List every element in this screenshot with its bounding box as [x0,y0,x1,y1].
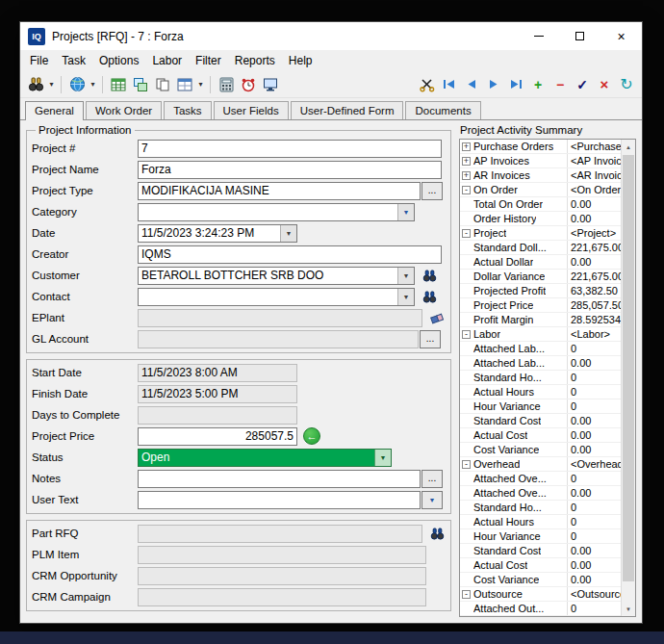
activity-row[interactable]: -Project<Project> [460,226,621,241]
tab-user-fields[interactable]: User Fields [214,101,289,119]
tab-user-defined-form[interactable]: User-Defined Form [291,101,404,119]
alarm-clock-button[interactable] [238,74,259,95]
project-type-lookup-button[interactable]: ... [421,182,443,200]
system-globe-button[interactable] [66,74,88,95]
activity-row[interactable]: Actual Cost0.00 [460,558,621,573]
prior-record-button[interactable] [461,74,482,95]
calculator-button[interactable] [216,74,237,95]
notes-input[interactable] [138,470,421,488]
activity-row[interactable]: Project Price285,057.50 [460,298,621,313]
activity-row[interactable]: -Overhead<Overhead> [460,457,621,472]
collapse-icon[interactable]: - [462,186,471,194]
creator-input[interactable] [138,245,442,264]
project-price-input[interactable] [138,427,297,446]
activity-row[interactable]: -Outsource<Outsource> [460,587,621,602]
activity-row[interactable]: +Purchase Orders<Purchase Ord [460,140,621,154]
activity-row[interactable]: Attached Lab...0.00 [460,356,621,371]
collapse-icon[interactable]: - [462,229,471,238]
activity-row[interactable]: Projected Profit63,382.50 [460,284,621,298]
menu-item-file[interactable]: File [23,51,55,70]
activity-row[interactable]: Actual Hours0 [460,515,621,529]
grid-dropdown-icon[interactable]: ▾ [196,80,205,89]
date-dropdown-button[interactable]: ▼ [280,225,296,242]
minimize-button[interactable] [518,22,559,50]
category-input[interactable] [138,203,415,221]
activity-row[interactable]: Actual Cost0.00 [460,428,621,443]
eplant-clear-button[interactable] [427,309,447,327]
activity-row[interactable]: -Labor<Labor> [460,327,621,342]
activity-row[interactable]: Cost Variance0.00 [460,573,621,587]
last-record-button[interactable] [505,74,526,95]
wizard-button[interactable] [417,74,438,95]
status-dropdown-button[interactable]: ▼ [374,450,391,466]
menu-item-labor[interactable]: Labor [145,51,189,70]
activity-row[interactable]: -On Order<On Order> [460,183,621,197]
monitor-button[interactable] [260,74,281,95]
tab-tasks[interactable]: Tasks [164,101,211,119]
collapse-icon[interactable]: - [462,460,471,469]
activity-row[interactable]: Cost Variance0.00 [460,443,621,457]
insert-record-button[interactable]: + [527,74,549,95]
activity-row[interactable]: Attached Ove...0 [460,472,621,486]
vertical-scrollbar[interactable]: ▲ ▼ [621,140,635,616]
maximize-button[interactable] [559,22,600,50]
expand-icon[interactable]: + [462,142,471,151]
user-text-input[interactable] [138,491,421,509]
user-text-dropdown-button[interactable]: ▼ [421,491,443,509]
refresh-button[interactable]: ↻ [616,74,637,95]
system-dropdown-icon[interactable]: ▾ [89,80,97,89]
scrollbar-thumb[interactable] [623,155,634,581]
category-dropdown-button[interactable]: ▼ [397,204,414,220]
collapse-icon[interactable]: - [462,590,471,599]
part-rfq-search-button[interactable] [427,525,447,543]
customer-dropdown-button[interactable]: ▼ [397,268,414,284]
tab-work-order[interactable]: Work Order [86,101,162,119]
tile-windows-button[interactable] [130,74,151,95]
post-edit-button[interactable]: ✓ [572,74,593,95]
menu-item-reports[interactable]: Reports [228,51,282,70]
scroll-up-icon[interactable]: ▲ [622,140,635,154]
date-input[interactable] [138,224,297,243]
tab-general[interactable]: General [25,101,84,120]
project-number-input[interactable] [138,140,442,158]
menu-item-task[interactable]: Task [55,51,92,70]
activity-row[interactable]: Actual Hours0 [460,385,621,399]
activity-row[interactable]: Attached Ove...0.00 [460,486,621,501]
copy-button[interactable] [152,74,173,95]
contact-dropdown-button[interactable]: ▼ [397,289,414,305]
customer-search-button[interactable] [420,267,439,285]
gl-account-lookup-button[interactable]: ... [420,330,441,348]
collapse-icon[interactable]: - [462,330,471,339]
price-recalc-button[interactable]: ← [303,427,320,445]
activity-row[interactable]: Hour Variance0 [460,399,621,414]
tab-documents[interactable]: Documents [405,101,480,119]
menu-item-filter[interactable]: Filter [189,51,228,70]
menu-item-help[interactable]: Help [282,51,319,70]
activity-row[interactable]: Standard Ho...0 [460,371,621,385]
menu-item-options[interactable]: Options [92,51,145,70]
activity-row[interactable]: Standard Cost0.00 [460,414,621,428]
activity-row[interactable]: Attached Lab...0 [460,342,621,356]
activity-row[interactable]: Hour Variance0 [460,529,621,544]
activity-row[interactable]: Actual Dollar0.00 [460,255,621,270]
activity-row[interactable]: Attached Out...0 [460,602,621,616]
contact-input[interactable] [138,288,415,306]
customer-input[interactable] [138,267,415,285]
delete-record-button[interactable]: − [549,74,571,95]
activity-row[interactable]: +AP Invoices<AP Invoices> [460,154,621,168]
project-type-input[interactable] [138,182,421,200]
activity-row[interactable]: Standard Cost0.00 [460,544,621,558]
activity-row[interactable]: Order History0.00 [460,212,621,226]
notes-editor-button[interactable]: ... [421,470,443,488]
find-dropdown-icon[interactable]: ▾ [47,80,56,89]
first-record-button[interactable] [439,74,460,95]
cancel-edit-button[interactable]: × [594,74,615,95]
next-record-button[interactable] [483,74,504,95]
close-button[interactable]: × [600,22,642,50]
activity-row[interactable]: Profit Margin28.592534 [460,313,621,327]
excel-export-button[interactable] [108,74,129,95]
find-button[interactable] [25,74,46,95]
contact-search-button[interactable] [420,288,439,306]
activity-row[interactable]: +AR Invoices<AR Invoices> [460,168,621,183]
activity-row[interactable]: Dollar Variance221,675.00 [460,270,621,284]
